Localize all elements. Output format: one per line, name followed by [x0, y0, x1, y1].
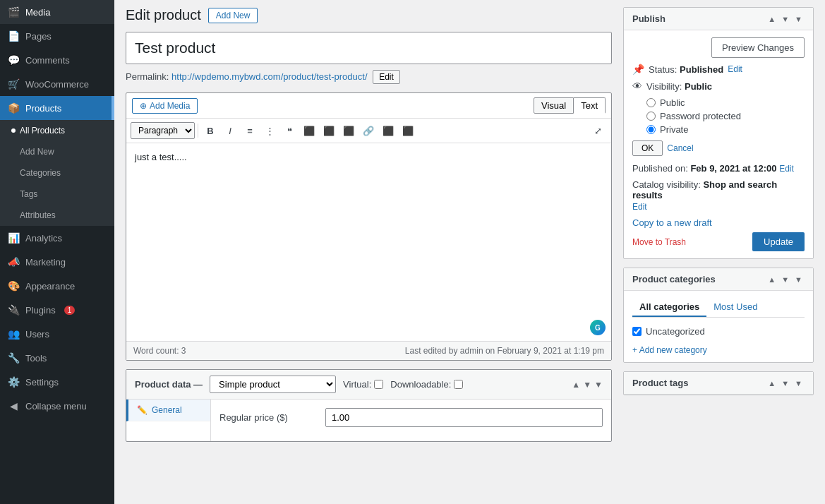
general-tab-label: General [152, 405, 182, 415]
right-column: Publish ▲ ▼ ▼ Preview Changes 📌 [623, 7, 814, 497]
tab-text[interactable]: Text [574, 97, 606, 114]
sidebar-item-label: Comments [25, 55, 70, 66]
category-item-uncategorized: Uncategorized [632, 323, 805, 340]
sidebar-item-label: Pages [25, 31, 52, 42]
downloadable-checkbox[interactable] [454, 380, 463, 389]
add-new-button[interactable]: Add New [208, 8, 258, 23]
format-select[interactable]: Paragraph Heading 1 Heading 2 Heading 3 [131, 122, 195, 139]
pages-icon: 📄 [7, 30, 20, 42]
toolbar-divider-1 [198, 124, 198, 138]
category-uncategorized-checkbox[interactable] [632, 327, 642, 336]
categories-up-arrow[interactable]: ▲ [766, 275, 778, 284]
visibility-row: 👁 Visibility: Public [632, 80, 805, 92]
tags-up-arrow[interactable]: ▲ [766, 378, 778, 388]
radio-public-label: Public [660, 97, 685, 108]
virtual-label: Virtual: [343, 379, 371, 390]
sidebar-item-users[interactable]: 👥 Users [0, 322, 114, 346]
sidebar-item-comments[interactable]: 💬 Comments [0, 48, 114, 72]
ordered-list-button[interactable]: ⋮ [260, 121, 279, 140]
align-center-button[interactable]: ⬛ [320, 121, 338, 140]
tags-down-arrow[interactable]: ▼ [779, 378, 791, 388]
virtual-checkbox[interactable] [374, 380, 383, 389]
sidebar-item-all-products[interactable]: All Products [0, 120, 114, 141]
categories-label: Categories [20, 168, 61, 178]
categories-title: Product categories [632, 274, 766, 284]
published-on-edit[interactable]: Edit [779, 164, 794, 174]
permalink-edit-button[interactable]: Edit [373, 70, 400, 84]
fullscreen-button[interactable]: ⤢ [589, 121, 607, 140]
regular-price-input[interactable] [325, 408, 603, 427]
sidebar-item-analytics[interactable]: 📊 Analytics [0, 226, 114, 250]
align-left-button[interactable]: ⬛ [300, 121, 318, 140]
regular-price-label: Regular price ($) [219, 412, 318, 423]
editor-content[interactable]: just a test..... G [126, 143, 611, 341]
tab-all-categories[interactable]: All categories [632, 298, 706, 317]
sidebar-item-pages[interactable]: 📄 Pages [0, 24, 114, 48]
tab-visual[interactable]: Visual [534, 97, 574, 114]
radio-private-input[interactable] [646, 125, 656, 134]
visibility-value: Public [685, 81, 712, 92]
move-to-trash-link[interactable]: Move to Trash [632, 237, 686, 247]
copy-to-draft-link[interactable]: Copy to a new draft [632, 217, 805, 228]
sidebar-item-attributes[interactable]: Attributes [0, 205, 114, 226]
visibility-ok-button[interactable]: OK [632, 140, 663, 156]
italic-button[interactable]: I [221, 121, 239, 140]
sidebar-item-label: Users [25, 329, 49, 340]
sidebar-item-label: Media [25, 7, 50, 18]
product-type-select[interactable]: Simple product Variable product Grouped … [210, 376, 336, 393]
publish-meta-box-header[interactable]: Publish ▲ ▼ ▼ [624, 8, 813, 30]
editor-toolbar: Paragraph Heading 1 Heading 2 Heading 3 … [126, 119, 611, 143]
plugins-badge: 1 [64, 306, 76, 315]
sidebar-item-media[interactable]: 🎬 Media [0, 0, 114, 24]
product-data-collapse-arrow[interactable]: ▼ [594, 380, 603, 390]
grammarly-icon: G [590, 320, 606, 335]
tags-meta-box-header[interactable]: Product tags ▲ ▼ ▼ [624, 372, 813, 395]
sidebar-item-categories[interactable]: Categories [0, 162, 114, 184]
blockquote-button[interactable]: ❝ [280, 121, 299, 140]
product-data-down-arrow[interactable]: ▼ [583, 380, 591, 390]
publish-down-arrow[interactable]: ▼ [779, 14, 791, 24]
downloadable-label: Downloadable: [390, 379, 451, 390]
sidebar-item-tags[interactable]: Tags [0, 184, 114, 205]
preview-changes-button[interactable]: Preview Changes [711, 37, 805, 58]
catalog-edit-link[interactable]: Edit [632, 202, 805, 212]
more-button[interactable]: ⬛ [379, 121, 397, 140]
categories-down-arrow[interactable]: ▼ [779, 275, 791, 284]
radio-password-input[interactable] [646, 112, 656, 121]
categories-meta-box-header[interactable]: Product categories ▲ ▼ ▼ [624, 268, 813, 291]
sidebar-item-settings[interactable]: ⚙️ Settings [0, 370, 114, 394]
radio-public-input[interactable] [646, 98, 656, 107]
add-media-button[interactable]: ⊕ Add Media [132, 98, 198, 114]
bold-button[interactable]: B [201, 121, 219, 140]
status-icon: 📌 [632, 64, 644, 75]
unordered-list-button[interactable]: ≡ [241, 121, 259, 140]
tags-collapse-arrow[interactable]: ▼ [793, 378, 805, 388]
sidebar-item-products[interactable]: 📦 Products [0, 96, 114, 120]
main-content: Edit product Add New Permalink: http://w… [114, 0, 825, 504]
product-title-input[interactable] [126, 32, 612, 64]
table-button[interactable]: ⬛ [399, 121, 417, 140]
product-data-up-arrow[interactable]: ▲ [572, 380, 580, 390]
page-title: Edit product [126, 7, 201, 23]
sidebar-item-collapse[interactable]: ◀ Collapse menu [0, 394, 114, 418]
visibility-cancel-button[interactable]: Cancel [667, 140, 693, 156]
sidebar-item-tools[interactable]: 🔧 Tools [0, 346, 114, 370]
product-tab-general[interactable]: ✏️ General [126, 400, 210, 421]
link-button[interactable]: 🔗 [359, 121, 378, 140]
publish-collapse-arrow[interactable]: ▼ [793, 14, 805, 24]
sidebar-item-marketing[interactable]: 📣 Marketing [0, 250, 114, 274]
visibility-icon: 👁 [632, 80, 642, 92]
sidebar-item-woocommerce[interactable]: 🛒 WooCommerce [0, 72, 114, 96]
update-button[interactable]: Update [752, 232, 805, 251]
publish-up-arrow[interactable]: ▲ [766, 14, 778, 24]
categories-collapse-arrow[interactable]: ▼ [793, 275, 805, 284]
add-new-category-link[interactable]: + Add new category [632, 345, 805, 355]
sidebar-item-label: Tools [25, 353, 47, 364]
sidebar-item-appearance[interactable]: 🎨 Appearance [0, 274, 114, 298]
align-right-button[interactable]: ⬛ [339, 121, 358, 140]
permalink-url[interactable]: http://wpdemo.mybwd.com/product/test-pro… [171, 71, 367, 82]
tab-most-used[interactable]: Most Used [706, 298, 764, 317]
status-edit-link[interactable]: Edit [728, 64, 742, 74]
sidebar-item-plugins[interactable]: 🔌 Plugins 1 [0, 298, 114, 322]
sidebar-item-add-new[interactable]: Add New [0, 141, 114, 162]
